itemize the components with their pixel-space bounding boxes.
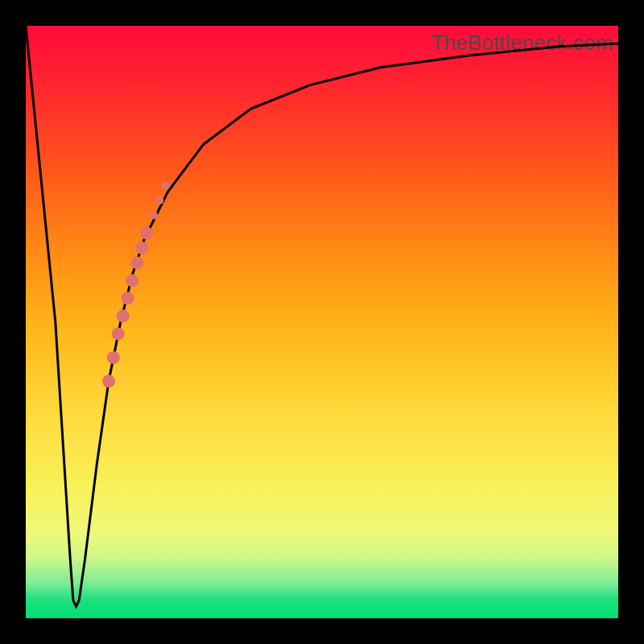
highlight-dot — [135, 242, 148, 254]
highlight-dot — [122, 292, 134, 305]
bottleneck-curve — [26, 26, 618, 606]
highlight-dot — [107, 351, 120, 364]
highlight-dot — [130, 256, 143, 269]
highlight-markers — [102, 182, 170, 388]
highlight-dot — [140, 227, 153, 240]
highlight-dot — [150, 212, 158, 220]
highlight-dot — [162, 182, 170, 190]
curve-svg — [26, 26, 618, 618]
plot-area: TheBottleneck.com — [26, 26, 618, 618]
highlight-dot — [126, 275, 139, 287]
highlight-dot — [155, 196, 163, 204]
chart-frame: TheBottleneck.com — [0, 0, 644, 644]
highlight-dot — [112, 328, 125, 341]
highlight-dot — [117, 310, 130, 323]
highlight-dot — [102, 375, 115, 388]
